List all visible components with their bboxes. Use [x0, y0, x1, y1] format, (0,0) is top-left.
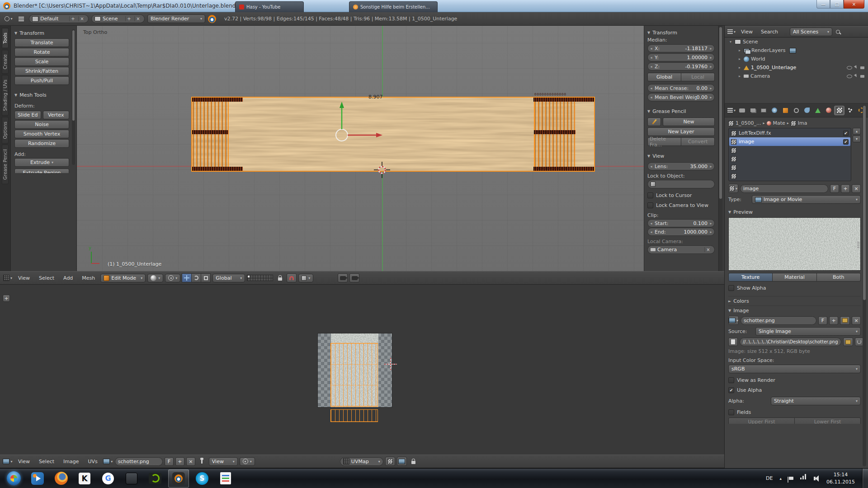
lock-button[interactable] [409, 457, 419, 466]
increment-arrow-icon[interactable]: ▸ [709, 56, 713, 60]
source-select[interactable]: Single Image ▾ [755, 327, 861, 336]
uv-island[interactable] [330, 409, 378, 422]
region-expand-button[interactable]: + [3, 295, 10, 302]
tab-constraints[interactable] [791, 106, 802, 115]
mean-crease-field[interactable]: ◂ Mean Crease: 0.00 ▸ [647, 84, 715, 92]
outliner-row-camera[interactable]: ▸ Camera [725, 72, 868, 80]
uv-cursor-2d[interactable] [382, 356, 399, 372]
decrement-arrow-icon[interactable]: ◂ [649, 86, 653, 90]
outliner-row-renderlayers[interactable]: ▸ RenderLayers [725, 46, 868, 55]
uv-map-selector[interactable]: UVMap ▾ [340, 457, 383, 466]
image-name-field[interactable]: schotter.png [741, 316, 816, 325]
transform-manipulator[interactable] [321, 94, 393, 152]
volume-icon[interactable] [810, 469, 819, 488]
extrude-dropdown[interactable]: Extrude ▾ [14, 158, 69, 167]
properties-scrollbar[interactable] [863, 105, 866, 466]
slide-vertex-button[interactable]: Vertex [43, 111, 70, 119]
select-menu[interactable]: Select [35, 455, 58, 468]
editor-type-button[interactable]: ▾ [4, 14, 14, 23]
image-name-field[interactable]: schotter.png [115, 457, 163, 466]
texture-browse-button[interactable]: ▾ [728, 184, 738, 193]
slot-enabled-checkbox[interactable]: ✔ [843, 131, 849, 136]
colorspace-select[interactable]: sRGB ▾ [728, 365, 861, 373]
background-browser-tab[interactable]: Hasy - YouTube [235, 1, 304, 12]
n-panel-scrollbar[interactable] [718, 26, 722, 271]
upper-first-button[interactable]: Upper First [728, 418, 795, 424]
viewport-3d[interactable]: 0000000000000 2222222222222 000000000000… [77, 26, 644, 271]
show-alpha-checkbox[interactable]: Show Alpha [728, 284, 861, 292]
image-path-field[interactable]: //..\..\..\..\..\Christian\Desktop\schot… [740, 338, 841, 346]
decrement-arrow-icon[interactable]: ◂ [649, 65, 653, 69]
fields-checkbox[interactable]: Fields [728, 408, 861, 417]
editor-type-button[interactable]: ▾ [726, 27, 736, 36]
new-texture-button[interactable]: + [841, 184, 850, 193]
file-icon-button[interactable] [728, 338, 738, 346]
language-indicator[interactable]: DE [764, 475, 774, 481]
fake-user-button[interactable]: F [818, 316, 827, 325]
increment-arrow-icon[interactable]: ▸ [709, 95, 713, 99]
texture-slot-row-empty[interactable] [729, 163, 850, 172]
opengl-render-anim-button[interactable] [349, 273, 359, 282]
dark-app-icon[interactable] [121, 469, 142, 488]
slot-move-up-button[interactable]: ▴ [853, 128, 861, 135]
google-icon[interactable]: G [98, 469, 118, 488]
skype-icon[interactable]: S [192, 469, 212, 488]
breadcrumb-material[interactable]: Mate [773, 120, 785, 126]
toolshelf-tab-grease-pencil[interactable]: Grease Pencil [2, 145, 9, 184]
firefox-icon[interactable] [51, 469, 71, 488]
tab-world[interactable] [769, 106, 780, 115]
expand-icon[interactable]: ▸ [737, 48, 742, 52]
display-view-dropdown[interactable]: View ▾ [209, 457, 238, 466]
texture-slot-row-empty[interactable] [729, 146, 850, 155]
increment-arrow-icon[interactable]: ▸ [709, 47, 713, 51]
render-engine-select[interactable]: Blender Render ▾ [147, 14, 205, 23]
decrement-arrow-icon[interactable]: ◂ [649, 230, 653, 234]
increment-arrow-icon[interactable]: ▸ [709, 86, 713, 90]
close-button[interactable]: × [844, 0, 864, 9]
draw-texture-toggle[interactable] [397, 457, 407, 466]
convert-button[interactable]: Convert [681, 137, 715, 146]
blender-taskbar-icon[interactable] [168, 469, 189, 488]
clip-start-field[interactable]: ◂ Start: 0.100 ▸ [647, 219, 715, 227]
texture-type-select[interactable]: Image or Movie ▾ [752, 195, 861, 204]
image-menu[interactable]: Image [60, 455, 82, 468]
local-button[interactable]: Local [681, 73, 715, 81]
increment-arrow-icon[interactable]: ▸ [709, 221, 713, 225]
view-menu[interactable]: View [737, 26, 756, 37]
add-scene-button[interactable]: + [125, 16, 132, 21]
grease-pencil-draw-button[interactable] [647, 117, 661, 126]
restrict-view-icon[interactable] [847, 75, 852, 78]
lock-button[interactable] [275, 273, 285, 282]
snap-toggle[interactable] [287, 273, 297, 282]
mesh-menu[interactable]: Mesh [78, 272, 99, 284]
add-menu[interactable]: Add [60, 272, 76, 284]
transform-orientation-select[interactable]: Global ▾ [212, 274, 245, 282]
tab-render-layers[interactable] [748, 106, 758, 115]
fake-user-button[interactable]: F [830, 184, 839, 193]
mode-select[interactable]: Edit Mode ▾ [100, 274, 146, 282]
manipulator-translate-toggle[interactable] [182, 273, 192, 282]
browse-path-button[interactable] [843, 338, 853, 346]
editor-type-button[interactable]: ▾ [726, 106, 736, 115]
global-button[interactable]: Global [647, 73, 681, 81]
slot-enabled-checkbox[interactable]: ✔ [843, 139, 849, 145]
increment-arrow-icon[interactable]: ▸ [709, 164, 713, 169]
texture-slot-row-selected[interactable]: image ✔ [729, 137, 850, 146]
clip-end-field[interactable]: ◂ End: 1000.000 ▸ [647, 228, 715, 236]
uvs-menu[interactable]: UVs [85, 455, 101, 468]
screen-layout-selector[interactable]: Default + × [29, 14, 89, 23]
restrict-select-icon[interactable] [854, 65, 859, 70]
pivot-point-select[interactable]: ▾ [165, 274, 180, 282]
draw-shadow-toggle[interactable] [385, 457, 395, 466]
minimize-button[interactable]: — [816, 0, 830, 9]
pivot-select[interactable]: ▾ [240, 457, 255, 466]
preview-both-button[interactable]: Both [816, 273, 861, 282]
view-menu[interactable]: View [14, 455, 33, 468]
manipulator-scale-toggle[interactable] [201, 273, 211, 282]
delete-scene-button[interactable]: × [134, 16, 142, 21]
unlink-texture-button[interactable]: × [852, 184, 861, 193]
colors-panel-header[interactable]: ► Colors [728, 296, 861, 305]
network-icon[interactable] [798, 469, 807, 488]
tab-material[interactable] [823, 106, 834, 115]
texture-slot-row-empty[interactable] [729, 155, 850, 163]
